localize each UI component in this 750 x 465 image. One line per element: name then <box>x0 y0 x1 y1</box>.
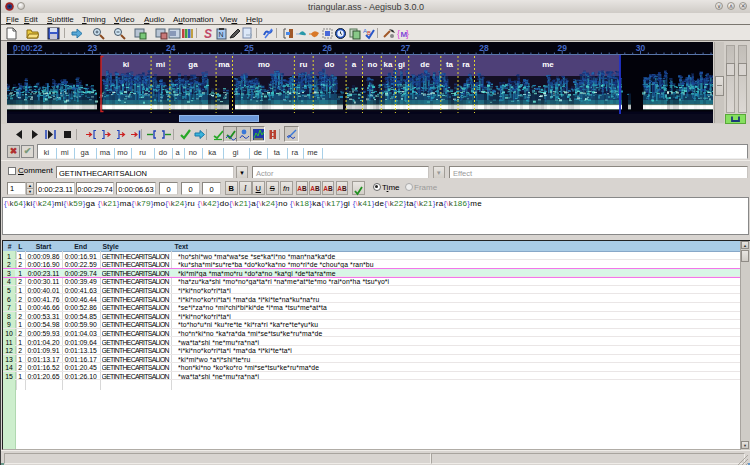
svg-text:}: } <box>406 29 409 39</box>
svg-text:S: S <box>204 27 212 40</box>
svg-text:0:00:22: 0:00:22 <box>13 43 43 53</box>
svg-text:N: N <box>219 31 224 38</box>
